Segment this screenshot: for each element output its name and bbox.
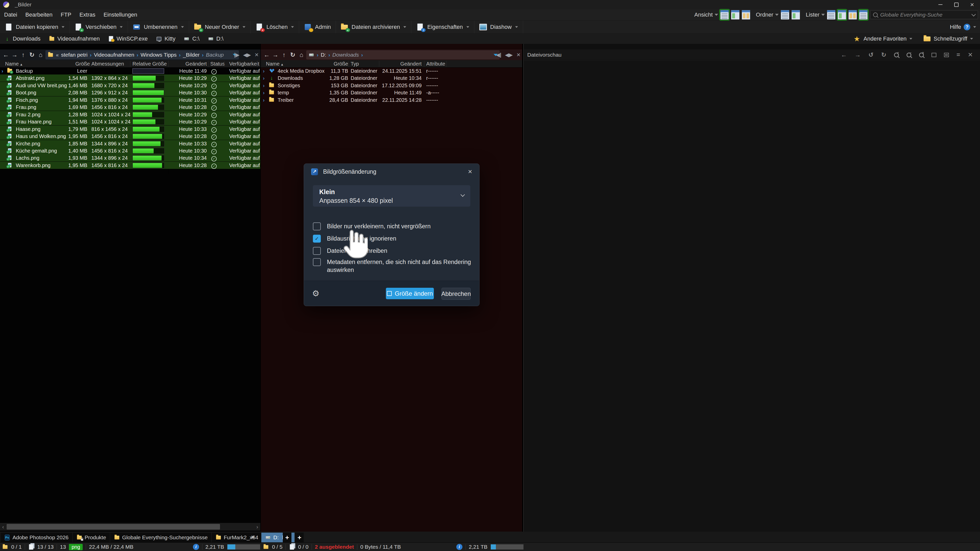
breadcrumb-segment[interactable]: _Bilder xyxy=(183,52,200,58)
refresh-icon[interactable]: ↻ xyxy=(28,51,36,59)
fit-view-icon[interactable] xyxy=(932,53,936,57)
lister-horizontal-button[interactable] xyxy=(838,10,846,20)
checkbox-unchecked[interactable] xyxy=(313,247,321,255)
column-header-abmessungen[interactable]: Abmessungen xyxy=(91,61,124,67)
table-row[interactable]: ✓Haase.png1,79 MB816 x 1456 x 24Heute 10… xyxy=(0,125,260,133)
favorite-winscp-exe[interactable]: WinSCP.exe xyxy=(104,35,152,42)
left-breadcrumb[interactable]: «stefan petri›Videoaufnahmen›Windows Tip… xyxy=(45,50,239,59)
breadcrumb-current[interactable]: Backup xyxy=(206,52,224,58)
dropdown-caret-icon[interactable] xyxy=(181,26,184,28)
rotate-left-icon[interactable]: ↺ xyxy=(869,51,873,59)
breadcrumb-segment[interactable]: stefan petri xyxy=(61,52,88,58)
size-preset-select[interactable]: Klein Anpassen 854 × 480 pixel xyxy=(313,185,470,206)
split-view-icon[interactable]: = xyxy=(956,51,960,59)
help-label[interactable]: Hilfe xyxy=(950,24,961,30)
tab-d[interactable]: D: xyxy=(261,533,282,542)
column-header-attribute[interactable]: Attribute xyxy=(426,61,445,67)
favorite-downloads[interactable]: ↓Downloads xyxy=(0,35,45,42)
expand-pane-icon[interactable]: |▶ xyxy=(234,52,239,58)
andere-favoriten-button[interactable]: ★Andere Favoriten xyxy=(849,35,917,43)
breadcrumb-collapse[interactable]: « xyxy=(56,52,59,58)
column-header-relative-gr-e[interactable]: Relative Größe xyxy=(132,61,167,67)
dropdown-caret-icon[interactable] xyxy=(404,26,406,28)
column-header-verf-gbarkeit[interactable]: Verfügbarkeit xyxy=(229,61,259,67)
expander-icon[interactable]: › xyxy=(263,97,265,103)
refresh-icon[interactable]: ↻ xyxy=(289,51,297,59)
dropdown-caret-icon[interactable] xyxy=(291,26,294,28)
breadcrumb-segment[interactable]: Windows Tipps xyxy=(141,52,177,58)
group-lister[interactable]: Lister xyxy=(806,11,825,18)
preview-forward-icon[interactable]: → xyxy=(855,51,861,59)
schnellzugriff-button[interactable]: Schnellzugriff xyxy=(919,35,977,43)
preview-close-icon[interactable]: ✕ xyxy=(968,51,973,59)
checkbox-unchecked[interactable] xyxy=(313,258,321,266)
column-header-ge-ndert[interactable]: Geändert xyxy=(173,61,207,67)
settings-gear-icon[interactable]: ⚙ xyxy=(312,289,320,298)
menubar-item-einstellungen[interactable]: Einstellungen xyxy=(100,11,142,18)
favorite-videoaufnahmen[interactable]: Videoaufnahmen xyxy=(45,35,104,42)
table-row[interactable]: ✓Küche gemalt.png1,40 MB1456 x 816 x 24H… xyxy=(0,147,260,154)
left-horizontal-scrollbar[interactable]: ‹ › xyxy=(0,523,260,530)
home-icon[interactable]: ⌂ xyxy=(298,51,305,59)
resize-button[interactable]: Größe ändern xyxy=(386,288,434,299)
column-header-status[interactable]: Status xyxy=(210,61,225,67)
fit-window-icon[interactable] xyxy=(944,53,949,57)
new-tab-button[interactable]: + xyxy=(295,533,304,542)
column-header-gr-e[interactable]: Größe xyxy=(316,61,348,67)
favorite-kitty[interactable]: Kitty xyxy=(152,35,180,42)
column-header-name[interactable]: Name ▲ xyxy=(266,61,284,67)
menubar-item-bearbeiten[interactable]: Bearbeiten xyxy=(21,11,56,18)
forward-icon[interactable]: → xyxy=(11,51,18,59)
option-bilder-nur-verkleinern[interactable]: Bilder nur verkleinern, nicht vergrößern xyxy=(313,222,431,230)
expander-icon[interactable]: › xyxy=(263,90,265,96)
new-tab-button[interactable]: + xyxy=(283,533,291,542)
table-row[interactable]: ✓Frau Haare.png1,51 MB1024 x 1024 x 24He… xyxy=(0,118,260,125)
expand-pane-icon[interactable]: ◀| xyxy=(496,52,501,58)
table-row[interactable]: ✓Frau.png1,69 MB1456 x 816 x 24Heute 10:… xyxy=(0,103,260,111)
checkbox-unchecked[interactable] xyxy=(313,222,321,230)
table-row[interactable]: ✓Lachs.png1,93 MB1344 x 896 x 24Heute 10… xyxy=(0,154,260,162)
cancel-button[interactable]: Abbrechen xyxy=(442,288,471,300)
lister-preview-button[interactable] xyxy=(859,10,868,20)
table-row[interactable]: › ↓Downloads1,28 GBDateiordnerHeute 10:3… xyxy=(261,75,522,82)
folder-tree-button[interactable] xyxy=(781,10,789,20)
breadcrumb-current[interactable]: Downloads xyxy=(332,52,359,58)
preview-back-icon[interactable]: ← xyxy=(841,51,847,59)
dropdown-caret-icon[interactable] xyxy=(970,38,973,40)
dropdown-caret-icon[interactable] xyxy=(515,26,518,28)
global-search[interactable] xyxy=(870,11,978,19)
back-icon[interactable]: ← xyxy=(2,51,10,59)
menubar-item-ftp[interactable]: FTP xyxy=(57,11,76,18)
table-row[interactable]: ›Sonstiges153 GBDateiordner17.12.2025 09… xyxy=(261,82,522,89)
breadcrumb-segment[interactable]: Videoaufnahmen xyxy=(94,52,134,58)
dateien-archivieren-button[interactable]: «Dateien archivieren xyxy=(336,21,412,33)
table-row[interactable]: ›temp1,35 GBDateiordnerHeute 11:49-a----… xyxy=(261,89,522,96)
table-row[interactable]: ✓Abstrakt.png1,54 MB1392 x 864 x 24Heute… xyxy=(0,75,260,82)
tab-adobe-photoshop-2026[interactable]: PsAdobe Photoshop 2026 xyxy=(0,533,72,542)
up-icon[interactable]: ↑ xyxy=(19,51,27,59)
info-icon[interactable]: i xyxy=(193,544,199,550)
folder-pair-button[interactable] xyxy=(791,10,800,20)
search-chevron-icon[interactable] xyxy=(972,12,976,16)
expander-icon[interactable]: › xyxy=(263,75,265,81)
help-icon[interactable]: ? xyxy=(964,24,970,30)
swap-panes-icon[interactable]: ◀▶ xyxy=(243,52,251,58)
info-icon[interactable]: i xyxy=(456,544,463,550)
checkbox-checked[interactable]: ✓ xyxy=(313,235,321,243)
scroll-right-icon[interactable]: › xyxy=(254,524,260,530)
table-row[interactable]: ✓Frau 2.png1,28 MB1024 x 1024 x 24Heute … xyxy=(0,111,260,118)
home-icon[interactable]: ⌂ xyxy=(37,51,45,59)
eigenschaften-button[interactable]: iEigenschaften xyxy=(411,21,474,33)
menubar-item-extras[interactable]: Extras xyxy=(75,11,99,18)
lister-columns-button[interactable] xyxy=(848,10,857,20)
dialog-close-icon[interactable]: × xyxy=(468,168,472,176)
umbenennen-button[interactable]: Umbenennen xyxy=(128,21,189,33)
table-row[interactable]: ✓Warenkorb.png1,95 MB1456 x 816 x 24Heut… xyxy=(0,162,260,169)
expander-icon[interactable]: › xyxy=(2,68,3,74)
table-row[interactable]: ✓Audi und VW breit.png1,46 MB1680 x 720 … xyxy=(0,82,260,89)
table-row[interactable]: ✓Kirche.png1,85 MB1344 x 896 x 24Heute 1… xyxy=(0,140,260,147)
dropdown-caret-icon[interactable] xyxy=(120,26,123,28)
neuer-ordner-button[interactable]: +Neuer Ordner xyxy=(189,21,251,33)
dropdown-caret-icon[interactable] xyxy=(62,26,65,28)
swap-panes-icon[interactable]: ◀▶ xyxy=(505,52,513,58)
